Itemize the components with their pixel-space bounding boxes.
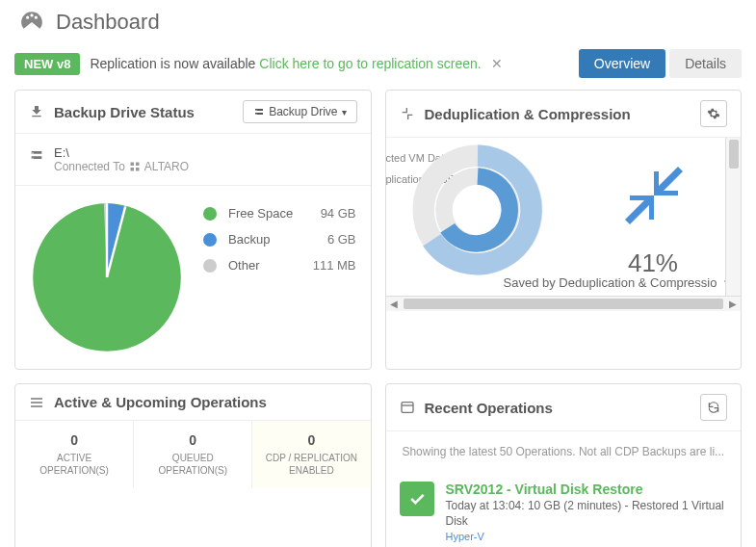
- pie-legend: Free Space 94 GB Backup 6 GB Other 111 M…: [203, 200, 356, 354]
- legend-dot-icon: [203, 259, 217, 273]
- announcement-bar: NEW v8 Replication is now available Clic…: [0, 49, 756, 90]
- refresh-button[interactable]: [700, 394, 727, 421]
- legend-dot-icon: [203, 233, 217, 247]
- queued-operations: 0 QUEUED OPERATION(S): [134, 421, 252, 488]
- panel-title: Deduplication & Compression: [425, 106, 701, 122]
- saved-label: Saved by Deduplication & Compressio ▾: [504, 275, 731, 290]
- legend-other: Other 111 MB: [203, 252, 356, 278]
- settings-button[interactable]: [700, 100, 727, 127]
- compress-arrows-icon: [625, 167, 683, 224]
- svg-rect-3: [136, 168, 140, 171]
- active-operations: 0 ACTIVE OPERATION(S): [15, 421, 134, 488]
- pie-chart: [30, 200, 184, 354]
- tab-overview[interactable]: Overview: [579, 49, 665, 78]
- operations-summary: 0 ACTIVE OPERATION(S) 0 QUEUED OPERATION…: [15, 421, 371, 488]
- list-icon: [29, 395, 44, 410]
- view-tabs: Overview Details: [579, 49, 742, 78]
- recent-note: Showing the latest 50 Operations. Not al…: [386, 431, 742, 472]
- horizontal-scrollbar[interactable]: ◀ ▶: [386, 296, 742, 311]
- scroll-left-icon[interactable]: ◀: [386, 297, 402, 311]
- active-ops-panel: Active & Upcoming Operations 0 ACTIVE OP…: [14, 383, 372, 547]
- hdd-icon: [29, 147, 44, 163]
- legend-backup: Backup 6 GB: [203, 226, 356, 252]
- history-icon: [400, 400, 415, 415]
- svg-rect-0: [130, 163, 134, 167]
- operation-title: SRV2012 - Virtual Disk Restore: [446, 482, 728, 497]
- panel-title: Active & Upcoming Operations: [54, 394, 357, 410]
- drive-connection: Connected To ALTARO: [54, 160, 189, 173]
- refresh-icon: [707, 401, 720, 414]
- success-status-icon: [400, 482, 434, 516]
- backup-drive-dropdown[interactable]: Backup Drive ▾: [243, 100, 356, 123]
- recent-ops-panel: Recent Operations Showing the latest 50 …: [385, 383, 743, 547]
- new-badge: NEW v8: [14, 53, 80, 75]
- svg-rect-1: [136, 163, 140, 167]
- operation-platform: Hyper-V: [446, 531, 728, 542]
- replication-link[interactable]: Click here to go to replication screen.: [259, 56, 481, 71]
- cdp-enabled: 0 CDP / REPLICATION ENABLED: [252, 421, 370, 488]
- donut-chart: [396, 138, 560, 282]
- svg-rect-2: [130, 168, 134, 171]
- saved-percent: 41%: [628, 248, 678, 278]
- legend-dot-icon: [203, 207, 217, 221]
- legend-free-space: Free Space 94 GB: [203, 200, 356, 226]
- panel-title: Recent Operations: [425, 400, 701, 416]
- announcement-text: Replication is now available Click here …: [90, 56, 481, 71]
- svg-rect-9: [402, 403, 413, 413]
- dedup-panel: Deduplication & Compression cted VM Data…: [385, 90, 743, 370]
- panel-header: Backup Drive Status Backup Drive ▾: [15, 91, 371, 134]
- vertical-scrollbar[interactable]: [725, 138, 741, 296]
- tab-details[interactable]: Details: [669, 49, 742, 78]
- download-icon: [29, 104, 44, 119]
- panel-header: Active & Upcoming Operations: [15, 384, 371, 421]
- drive-info: E:\ Connected To ALTARO: [15, 134, 371, 186]
- compress-icon: [400, 106, 415, 121]
- panel-header: Recent Operations: [386, 384, 742, 431]
- recent-operation-item[interactable]: SRV2012 - Virtual Disk Restore Today at …: [386, 472, 742, 547]
- caret-down-icon: ▾: [342, 107, 347, 117]
- backup-drive-panel: Backup Drive Status Backup Drive ▾ E:\ C…: [14, 90, 372, 370]
- page-header: Dashboard: [0, 0, 756, 49]
- dedup-chart-area: cted VM Data: 10 GB plication: 6 GB (59%…: [386, 138, 742, 311]
- scroll-right-icon[interactable]: ▶: [725, 297, 741, 311]
- drive-path: E:\: [54, 145, 189, 160]
- panel-title: Backup Drive Status: [54, 104, 243, 120]
- gear-icon: [707, 107, 720, 120]
- page-title: Dashboard: [56, 10, 160, 35]
- panel-header: Deduplication & Compression: [386, 91, 742, 138]
- dashboard-icon: [19, 10, 44, 35]
- close-icon[interactable]: ✕: [491, 56, 503, 71]
- server-icon: [129, 161, 141, 172]
- drive-icon: [253, 106, 265, 117]
- operation-detail: Today at 13:04: 10 GB (2 minutes) - Rest…: [446, 499, 728, 529]
